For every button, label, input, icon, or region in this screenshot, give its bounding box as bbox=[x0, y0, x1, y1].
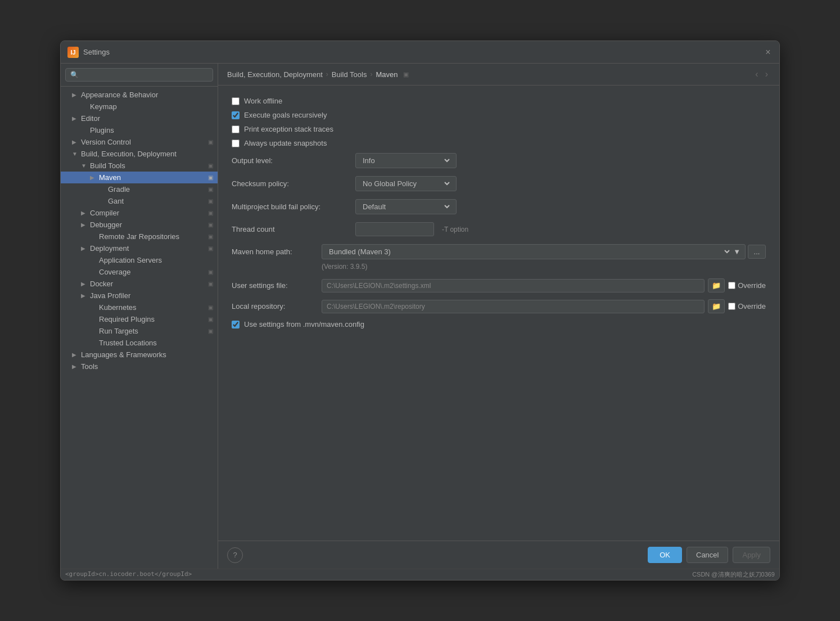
sidebar-item-required-plugins[interactable]: Required Plugins ▣ bbox=[61, 313, 218, 325]
thread-count-input[interactable] bbox=[355, 222, 434, 236]
output-level-dropdown[interactable]: Info Debug Error Warn bbox=[355, 153, 457, 168]
breadcrumb: Build, Execution, Deployment › Build Too… bbox=[218, 64, 779, 86]
sidebar-item-label: Remote Jar Repositories bbox=[99, 232, 206, 241]
sidebar-item-trusted-locations[interactable]: Trusted Locations bbox=[61, 337, 218, 349]
arrow-icon: ▶ bbox=[72, 139, 80, 145]
user-settings-override-checkbox[interactable] bbox=[728, 282, 735, 289]
print-exception-checkbox[interactable] bbox=[232, 125, 240, 133]
sidebar-item-tools[interactable]: ▶ Tools bbox=[61, 361, 218, 372]
t-option-label: -T option bbox=[442, 226, 468, 233]
checksum-policy-dropdown[interactable]: No Global Policy Strict Lax bbox=[355, 176, 457, 191]
sidebar-item-build-tools[interactable]: ▼ Build Tools ▣ bbox=[61, 160, 218, 172]
local-repository-override-label: Override bbox=[738, 302, 766, 310]
breadcrumb-pin-icon: ▣ bbox=[403, 71, 409, 78]
statusbar-code: <groupId>cn.iocoder.boot</groupId> bbox=[65, 570, 192, 579]
work-offline-checkbox[interactable] bbox=[232, 97, 240, 105]
arrow-icon: ▶ bbox=[90, 174, 98, 181]
sidebar-item-run-targets[interactable]: Run Targets ▣ bbox=[61, 325, 218, 337]
sidebar-item-maven[interactable]: ▶ Maven ▣ bbox=[61, 172, 218, 183]
apply-button[interactable]: Apply bbox=[733, 547, 770, 563]
nav-forward-button[interactable]: › bbox=[763, 68, 770, 80]
output-level-select[interactable]: Info Debug Error Warn bbox=[360, 156, 451, 165]
sidebar-item-label: Kubernetes bbox=[99, 303, 206, 312]
maven-home-dropdown[interactable]: Bundled (Maven 3) Custom ▼ bbox=[322, 244, 746, 259]
nav-back-button[interactable]: ‹ bbox=[753, 68, 760, 80]
sidebar-item-compiler[interactable]: ▶ Compiler ▣ bbox=[61, 207, 218, 219]
sidebar-item-label: Required Plugins bbox=[99, 315, 206, 323]
sidebar-item-remote-jar[interactable]: Remote Jar Repositories ▣ bbox=[61, 231, 218, 242]
execute-goals-checkbox[interactable] bbox=[232, 111, 240, 119]
always-update-row: Always update snapshots bbox=[232, 139, 766, 147]
sidebar-item-gradle[interactable]: Gradle ▣ bbox=[61, 183, 218, 195]
maven-home-browse-button[interactable]: ... bbox=[748, 245, 766, 259]
local-repository-label: Local repository: bbox=[232, 302, 322, 310]
search-input[interactable] bbox=[65, 68, 213, 82]
local-repository-override-checkbox[interactable] bbox=[728, 303, 735, 310]
arrow-icon: ▶ bbox=[72, 363, 80, 370]
app-icon: IJ bbox=[67, 47, 79, 58]
pin-icon: ▣ bbox=[208, 245, 213, 251]
dialog-body: ▶ Appearance & Behavior Keymap ▶ Editor … bbox=[61, 64, 779, 569]
statusbar: <groupId>cn.iocoder.boot</groupId> CSDN … bbox=[61, 569, 779, 580]
sidebar-item-editor[interactable]: ▶ Editor bbox=[61, 112, 218, 124]
sidebar-item-appearance[interactable]: ▶ Appearance & Behavior bbox=[61, 89, 218, 101]
user-settings-override: Override bbox=[728, 281, 766, 290]
always-update-checkbox[interactable] bbox=[232, 140, 240, 147]
pin-icon: ▣ bbox=[208, 328, 213, 334]
maven-home-control: Bundled (Maven 3) Custom ▼ ... bbox=[322, 244, 766, 259]
sidebar-item-label: Deployment bbox=[90, 244, 206, 253]
sidebar-item-label: Build Tools bbox=[90, 161, 206, 170]
output-level-row: Output level: Info Debug Error Warn bbox=[232, 153, 766, 168]
use-settings-mvn-row: Use settings from .mvn/maven.config bbox=[232, 320, 766, 328]
multiproject-policy-dropdown[interactable]: Default At End Never Always bbox=[355, 199, 457, 214]
pin-icon: ▣ bbox=[208, 163, 213, 169]
ok-button[interactable]: OK bbox=[648, 547, 682, 563]
sidebar-item-label: Plugins bbox=[90, 126, 213, 134]
thread-count-control: -T option bbox=[355, 222, 766, 236]
sidebar-item-app-servers[interactable]: Application Servers bbox=[61, 254, 218, 266]
sidebar-item-languages[interactable]: ▶ Languages & Frameworks bbox=[61, 349, 218, 361]
sidebar-item-label: Debugger bbox=[90, 220, 206, 229]
sidebar-item-keymap[interactable]: Keymap bbox=[61, 101, 218, 112]
sidebar-item-label: Keymap bbox=[90, 102, 213, 111]
local-repository-browse-button[interactable]: 📁 bbox=[708, 299, 725, 313]
sidebar-item-label: Trusted Locations bbox=[99, 339, 213, 347]
sidebar-item-java-profiler[interactable]: ▶ Java Profiler bbox=[61, 290, 218, 302]
maven-home-label: Maven home path: bbox=[232, 248, 322, 256]
pin-icon: ▣ bbox=[208, 304, 213, 310]
sidebar-item-plugins[interactable]: Plugins bbox=[61, 124, 218, 136]
pin-icon: ▣ bbox=[208, 198, 213, 204]
sidebar-item-bed[interactable]: ▼ Build, Execution, Deployment bbox=[61, 148, 218, 160]
arrow-icon: ▶ bbox=[81, 210, 89, 216]
sidebar-item-label: Compiler bbox=[90, 209, 206, 217]
cancel-button[interactable]: Cancel bbox=[687, 547, 728, 563]
sidebar-item-label: Docker bbox=[90, 280, 206, 288]
pin-icon: ▣ bbox=[208, 139, 213, 145]
use-settings-mvn-checkbox[interactable] bbox=[232, 321, 240, 328]
user-settings-row: User settings file: 📁 Override bbox=[232, 278, 766, 292]
checksum-policy-select[interactable]: No Global Policy Strict Lax bbox=[360, 179, 451, 188]
breadcrumb-part1: Build, Execution, Deployment bbox=[227, 70, 323, 79]
arrow-icon: ▶ bbox=[72, 115, 80, 122]
pin-icon: ▣ bbox=[208, 186, 213, 192]
user-settings-browse-button[interactable]: 📁 bbox=[708, 278, 725, 292]
sidebar-item-kubernetes[interactable]: Kubernetes ▣ bbox=[61, 302, 218, 313]
local-repository-input[interactable] bbox=[322, 300, 704, 313]
sidebar-item-debugger[interactable]: ▶ Debugger ▣ bbox=[61, 219, 218, 231]
multiproject-policy-select[interactable]: Default At End Never Always bbox=[360, 202, 451, 212]
sidebar-item-label: Maven bbox=[99, 173, 206, 182]
sidebar-item-vcs[interactable]: ▶ Version Control ▣ bbox=[61, 136, 218, 148]
sidebar-item-coverage[interactable]: Coverage ▣ bbox=[61, 266, 218, 278]
help-button[interactable]: ? bbox=[227, 547, 243, 563]
maven-home-select[interactable]: Bundled (Maven 3) Custom bbox=[327, 247, 731, 256]
sidebar-item-gant[interactable]: Gant ▣ bbox=[61, 195, 218, 207]
user-settings-control: 📁 Override bbox=[322, 278, 766, 292]
breadcrumb-part2: Build Tools bbox=[332, 70, 367, 79]
sidebar-item-deployment[interactable]: ▶ Deployment ▣ bbox=[61, 242, 218, 254]
print-exception-label: Print exception stack traces bbox=[244, 125, 333, 133]
arrow-icon: ▶ bbox=[81, 222, 89, 228]
user-settings-input[interactable] bbox=[322, 279, 704, 292]
pin-icon: ▣ bbox=[208, 269, 213, 275]
sidebar-item-docker[interactable]: ▶ Docker ▣ bbox=[61, 278, 218, 290]
close-button[interactable]: × bbox=[764, 48, 773, 57]
